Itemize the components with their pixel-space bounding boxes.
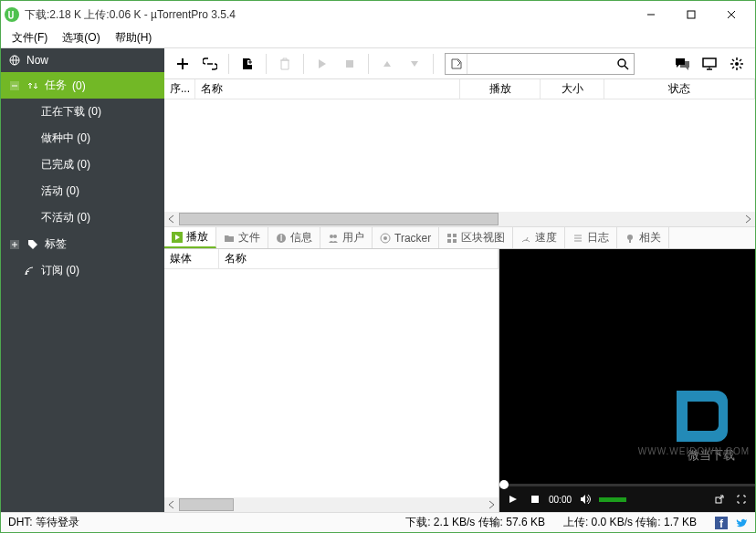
- bulb-icon: [625, 233, 635, 244]
- svg-text:i: i: [280, 233, 283, 244]
- tab-related[interactable]: 相关: [617, 227, 669, 248]
- media-list-body[interactable]: [164, 269, 499, 497]
- status-dht[interactable]: DHT: 等待登录: [8, 515, 79, 530]
- sidebar-now-label: Now: [26, 54, 48, 67]
- play-icon: [172, 232, 183, 243]
- video-volume-button[interactable]: [577, 491, 593, 507]
- video-stop-button[interactable]: [527, 491, 543, 507]
- collapse-icon: [8, 81, 21, 90]
- col-play[interactable]: 播放: [460, 79, 541, 99]
- video-frame[interactable]: 微当下载 WWW.WEIDOWN.COM: [499, 249, 755, 484]
- media-hscrollbar[interactable]: [164, 497, 499, 512]
- remote-button[interactable]: [697, 52, 722, 76]
- facebook-icon[interactable]: f: [715, 517, 728, 529]
- col-size[interactable]: 大小: [541, 79, 604, 99]
- video-popout-button[interactable]: [711, 491, 728, 507]
- tab-peers[interactable]: 用户: [320, 227, 373, 248]
- video-progress[interactable]: [499, 484, 755, 486]
- menu-help[interactable]: 帮助(H): [108, 28, 160, 47]
- svg-point-39: [383, 236, 387, 240]
- detail-tabs: 播放 文件 i信息 用户 Tracker 区块视图 速度 日志 相关: [164, 227, 755, 249]
- add-torrent-button[interactable]: [170, 52, 195, 76]
- svg-point-12: [26, 273, 27, 275]
- menubar: 文件(F) 选项(O) 帮助(H): [1, 28, 755, 48]
- toolbar: [164, 48, 755, 79]
- status-upload[interactable]: 上传: 0.0 KB/s 传输: 1.7 KB: [563, 515, 697, 530]
- svg-rect-18: [346, 60, 353, 68]
- start-button[interactable]: [310, 52, 335, 76]
- titlebar: 下载:2.18 K 上传:0.06 K - µTorrentPro 3.5.4: [1, 1, 755, 28]
- watermark-url: WWW.WEIDOWN.COM: [638, 446, 750, 456]
- sidebar-item-downloading[interactable]: 正在下载 (0): [1, 99, 164, 125]
- weidown-logo: [666, 380, 739, 453]
- tab-tracker[interactable]: Tracker: [373, 227, 439, 248]
- col-name[interactable]: 名称: [195, 79, 460, 99]
- scroll-left-icon[interactable]: [164, 498, 179, 511]
- create-torrent-button[interactable]: [235, 52, 260, 76]
- sidebar-item-completed[interactable]: 已完成 (0): [1, 152, 164, 178]
- search-button[interactable]: [612, 54, 634, 74]
- tab-files[interactable]: 文件: [216, 227, 268, 248]
- video-fullscreen-button[interactable]: [733, 491, 750, 507]
- video-controls: 00:00: [499, 486, 755, 512]
- status-download[interactable]: 下载: 2.1 KB/s 传输: 57.6 KB: [405, 515, 545, 530]
- sidebar-item-feeds[interactable]: 订阅 (0): [1, 257, 164, 284]
- twitter-icon[interactable]: [735, 517, 748, 529]
- stop-button[interactable]: [337, 52, 362, 76]
- tab-pieces[interactable]: 区块视图: [439, 227, 513, 248]
- add-url-button[interactable]: [197, 52, 223, 76]
- users-icon: [328, 233, 339, 244]
- sidebar-labels-label: 标签: [45, 236, 67, 252]
- maximize-button[interactable]: [671, 2, 711, 27]
- folder-icon: [224, 233, 235, 244]
- scroll-right-icon[interactable]: [740, 213, 755, 225]
- video-player: 微当下载 WWW.WEIDOWN.COM 00:00: [499, 249, 755, 512]
- search-category-button[interactable]: [446, 54, 467, 74]
- sidebar: Now 任务 (0) 正在下载 (0) 做种中 (0) 已完成 (0) 活动 (…: [1, 48, 164, 512]
- torrent-list-body[interactable]: [164, 99, 755, 212]
- video-time: 00:00: [549, 495, 572, 505]
- detail-panel: 播放 文件 i信息 用户 Tracker 区块视图 速度 日志 相关 媒体 名称: [164, 227, 755, 512]
- sidebar-feeds-label: 订阅 (0): [41, 263, 79, 278]
- sidebar-item-tasks[interactable]: 任务 (0): [1, 72, 164, 99]
- col-media[interactable]: 媒体: [164, 249, 219, 268]
- sidebar-item-seeding[interactable]: 做种中 (0): [1, 125, 164, 152]
- col-status[interactable]: 状态: [604, 79, 755, 99]
- sidebar-item-active[interactable]: 活动 (0): [1, 178, 164, 204]
- svg-line-29: [732, 59, 734, 61]
- sidebar-item-now[interactable]: Now: [1, 48, 164, 72]
- menu-options[interactable]: 选项(O): [55, 28, 107, 47]
- svg-rect-42: [447, 239, 451, 243]
- remove-button[interactable]: [272, 52, 298, 76]
- col-media-name[interactable]: 名称: [219, 249, 499, 268]
- tab-log[interactable]: 日志: [565, 227, 617, 248]
- chat-button[interactable]: [669, 52, 695, 76]
- tab-info[interactable]: i信息: [268, 227, 320, 248]
- settings-button[interactable]: [724, 52, 750, 76]
- move-down-button[interactable]: [402, 52, 427, 76]
- sidebar-item-inactive[interactable]: 不活动 (0): [1, 204, 164, 231]
- statusbar: DHT: 等待登录 下载: 2.1 KB/s 传输: 57.6 KB 上传: 0…: [1, 512, 755, 532]
- scroll-right-icon[interactable]: [484, 498, 499, 511]
- svg-line-32: [732, 67, 734, 68]
- svg-rect-41: [453, 234, 457, 237]
- tab-play[interactable]: 播放: [164, 227, 216, 248]
- minimize-button[interactable]: [631, 2, 671, 27]
- move-up-button[interactable]: [374, 52, 400, 76]
- menu-file[interactable]: 文件(F): [5, 28, 55, 47]
- close-button[interactable]: [711, 2, 751, 27]
- torrent-hscrollbar[interactable]: [164, 212, 755, 226]
- tab-speed[interactable]: 速度: [513, 227, 565, 248]
- svg-rect-43: [453, 239, 457, 243]
- svg-point-19: [618, 59, 625, 67]
- torrent-list-header: 序... 名称 播放 大小 状态: [164, 79, 755, 99]
- grid-icon: [446, 233, 457, 244]
- rss-icon: [23, 266, 36, 277]
- scroll-left-icon[interactable]: [164, 213, 179, 225]
- sidebar-tasks-label: 任务: [45, 78, 67, 93]
- sidebar-item-labels[interactable]: 标签: [1, 231, 164, 257]
- col-seq[interactable]: 序...: [164, 79, 195, 99]
- search-input[interactable]: [467, 54, 612, 74]
- video-volume-slider[interactable]: [599, 497, 626, 502]
- video-play-button[interactable]: [505, 491, 521, 507]
